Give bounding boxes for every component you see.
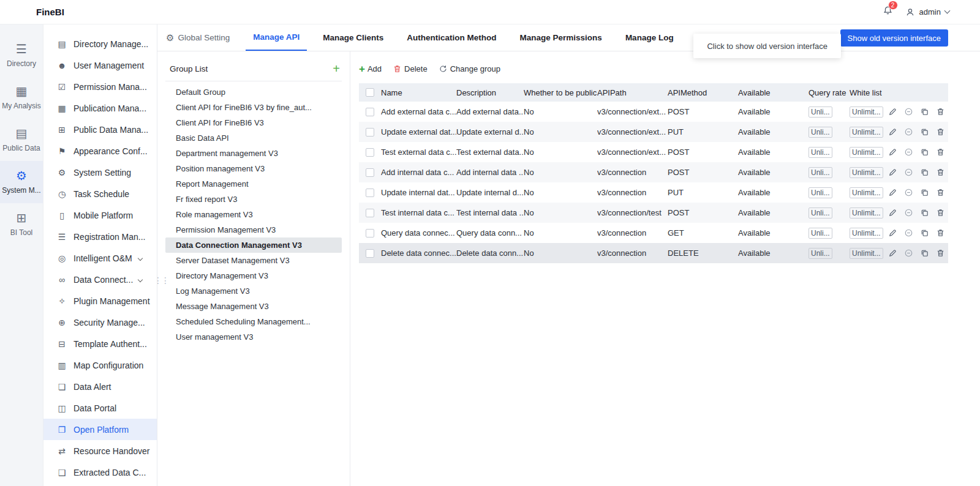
sidebar-item-appearance-config[interactable]: ⚑ Appearance Conf... xyxy=(43,140,157,162)
query-rate-link[interactable]: Unli... xyxy=(809,167,832,178)
copy-icon[interactable] xyxy=(920,107,929,116)
sidebar-item-data-alert[interactable]: ❏ Data Alert xyxy=(43,376,157,397)
sidebar-item-registration-management[interactable]: ☰ Registration Man... xyxy=(43,226,157,247)
sidebar-item-intelligent-om[interactable]: ◎ Intelligent O&M xyxy=(43,247,157,269)
sidebar-item-directory-management[interactable]: ▤ Directory Manage... xyxy=(43,33,157,54)
row-checkbox[interactable] xyxy=(366,128,374,136)
white-list-link[interactable]: Unlimit... xyxy=(850,248,883,259)
sidebar-item-open-platform[interactable]: ❐ Open Platform xyxy=(43,419,157,440)
group-list-item[interactable]: Client API for FineBI6 V3 by fine_aut... xyxy=(165,100,342,115)
sidebar-item-template-authentication[interactable]: ⊟ Template Authent... xyxy=(43,333,157,354)
edit-icon[interactable] xyxy=(888,249,897,258)
row-checkbox[interactable] xyxy=(366,249,374,258)
group-list-item[interactable]: Log Management V3 xyxy=(165,283,342,299)
rail-item-directory[interactable]: ☰ Directory xyxy=(0,34,43,77)
disable-icon[interactable] xyxy=(904,188,913,197)
group-list-item[interactable]: Position management V3 xyxy=(165,161,342,176)
trash-icon[interactable] xyxy=(936,208,945,217)
trash-icon[interactable] xyxy=(936,228,945,237)
group-list-item[interactable]: Permission Management V3 xyxy=(165,222,342,237)
rail-item-system-management[interactable]: ⚙ System M... xyxy=(0,161,43,203)
sidebar-item-system-setting[interactable]: ⚙ System Setting xyxy=(43,162,157,183)
notifications-button[interactable]: 2 xyxy=(883,6,893,18)
trash-icon[interactable] xyxy=(936,107,945,116)
trash-icon[interactable] xyxy=(936,188,945,197)
trash-icon[interactable] xyxy=(936,249,945,258)
tab-authentication-method[interactable]: Authentication Method xyxy=(399,24,503,51)
table-row[interactable]: Query data connec... Query data conn... … xyxy=(359,223,948,243)
sidebar-item-extracted-data[interactable]: ❑ Extracted Data C... xyxy=(43,462,157,483)
group-list-item[interactable]: User management V3 xyxy=(165,329,342,345)
edit-icon[interactable] xyxy=(888,228,897,237)
group-list-item[interactable]: Directory Management V3 xyxy=(165,268,342,283)
query-rate-link[interactable]: Unli... xyxy=(809,207,832,219)
sidebar-item-security-management[interactable]: ⊕ Security Manage... xyxy=(43,312,157,333)
query-rate-link[interactable]: Unli... xyxy=(809,147,832,158)
group-list-item[interactable]: Basic Data API xyxy=(165,130,342,146)
change-group-button[interactable]: Change group xyxy=(439,64,500,73)
tab-manage-log[interactable]: Manage Log xyxy=(618,24,681,51)
row-checkbox[interactable] xyxy=(366,148,374,157)
sidebar-item-task-schedule[interactable]: ◷ Task Schedule xyxy=(43,183,157,204)
tab-manage-clients[interactable]: Manage Clients xyxy=(315,24,391,51)
copy-icon[interactable] xyxy=(920,249,929,258)
edit-icon[interactable] xyxy=(888,188,897,197)
group-list-item[interactable]: Server Dataset Management V3 xyxy=(165,253,342,268)
disable-icon[interactable] xyxy=(904,148,913,157)
copy-icon[interactable] xyxy=(920,228,929,237)
sidebar-item-mobile-platform[interactable]: ▯ Mobile Platform xyxy=(43,204,157,226)
group-list-item[interactable]: Role management V3 xyxy=(165,207,342,222)
group-list-item[interactable]: Client API for FineBI6 V3 xyxy=(165,115,342,130)
tab-manage-api[interactable]: Manage API xyxy=(246,24,307,51)
disable-icon[interactable] xyxy=(904,249,913,258)
edit-icon[interactable] xyxy=(888,168,897,177)
group-list-item[interactable]: Scheduled Scheduling Management... xyxy=(165,314,342,329)
table-row[interactable]: Test external data c... Test external da… xyxy=(359,142,948,162)
tab-manage-permissions[interactable]: Manage Permissions xyxy=(513,24,609,51)
table-row[interactable]: Update external dat... Update external d… xyxy=(359,122,948,142)
disable-icon[interactable] xyxy=(904,208,913,217)
sidebar-item-user-management[interactable]: ☻ User Management xyxy=(43,54,157,76)
group-list-item[interactable]: Fr fixed report V3 xyxy=(165,192,342,207)
white-list-link[interactable]: Unlimit... xyxy=(850,127,883,138)
table-row[interactable]: Add external data c... Add external data… xyxy=(359,102,948,122)
sidebar-item-map-configuration[interactable]: ▥ Map Configuration xyxy=(43,354,157,376)
query-rate-link[interactable]: Unli... xyxy=(809,228,832,239)
sidebar-item-data-portal[interactable]: ◫ Data Portal xyxy=(43,397,157,419)
edit-icon[interactable] xyxy=(888,107,897,116)
row-checkbox[interactable] xyxy=(366,189,374,197)
copy-icon[interactable] xyxy=(920,208,929,217)
white-list-link[interactable]: Unlimit... xyxy=(850,107,883,118)
rail-item-public-data[interactable]: ▤ Public Data xyxy=(0,119,43,161)
edit-icon[interactable] xyxy=(888,208,897,217)
sidebar-item-plugin-management[interactable]: ✧ Plugin Management xyxy=(43,290,157,312)
row-checkbox[interactable] xyxy=(366,209,374,217)
rail-item-my-analysis[interactable]: ▦ My Analysis xyxy=(0,77,43,119)
query-rate-link[interactable]: Unli... xyxy=(809,127,832,138)
edit-icon[interactable] xyxy=(888,127,897,136)
copy-icon[interactable] xyxy=(920,188,929,197)
group-list-item[interactable]: Report Management xyxy=(165,176,342,192)
sidebar-item-permission-management[interactable]: ☑ Permission Mana... xyxy=(43,76,157,97)
tab-global-setting[interactable]: ⚙ Global Setting xyxy=(159,24,237,51)
table-row[interactable]: Add internal data c... Add internal data… xyxy=(359,162,948,182)
white-list-link[interactable]: Unlimit... xyxy=(850,187,883,198)
select-all-checkbox[interactable] xyxy=(366,88,374,97)
group-list-item[interactable]: Data Connection Management V3 xyxy=(165,237,342,253)
query-rate-link[interactable]: Unli... xyxy=(809,107,832,118)
sidebar-item-resource-handover[interactable]: ⇄ Resource Handover xyxy=(43,440,157,462)
table-row[interactable]: Test internal data c... Test internal da… xyxy=(359,203,948,223)
sidebar-item-data-connect[interactable]: ∞ Data Connect... xyxy=(43,269,157,290)
row-checkbox[interactable] xyxy=(366,108,374,116)
row-checkbox[interactable] xyxy=(366,168,374,177)
trash-icon[interactable] xyxy=(936,127,945,136)
white-list-link[interactable]: Unlimit... xyxy=(850,228,883,239)
group-list-item[interactable]: Message Management V3 xyxy=(165,299,342,314)
panel-resize-handle[interactable]: ⋮⋮ xyxy=(154,275,168,285)
disable-icon[interactable] xyxy=(904,127,913,136)
trash-icon[interactable] xyxy=(936,148,945,157)
row-checkbox[interactable] xyxy=(366,229,374,237)
group-list-item[interactable]: Department management V3 xyxy=(165,146,342,161)
sidebar-item-public-data-management[interactable]: ⊞ Public Data Mana... xyxy=(43,119,157,140)
disable-icon[interactable] xyxy=(904,228,913,237)
